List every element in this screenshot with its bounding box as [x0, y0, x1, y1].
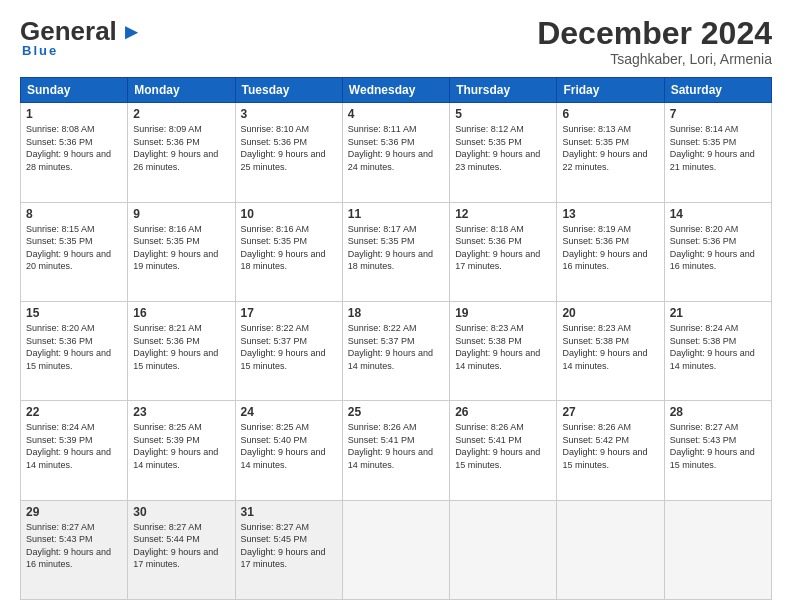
calendar-header-wednesday: Wednesday	[342, 78, 449, 103]
day-number: 13	[562, 207, 658, 221]
day-number: 28	[670, 405, 766, 419]
day-info: Sunrise: 8:18 AMSunset: 5:36 PMDaylight:…	[455, 223, 551, 273]
day-info: Sunrise: 8:22 AMSunset: 5:37 PMDaylight:…	[241, 322, 337, 372]
day-info: Sunrise: 8:27 AMSunset: 5:45 PMDaylight:…	[241, 521, 337, 571]
day-info: Sunrise: 8:15 AMSunset: 5:35 PMDaylight:…	[26, 223, 122, 273]
day-info: Sunrise: 8:20 AMSunset: 5:36 PMDaylight:…	[26, 322, 122, 372]
day-number: 12	[455, 207, 551, 221]
day-number: 16	[133, 306, 229, 320]
calendar-cell: 11Sunrise: 8:17 AMSunset: 5:35 PMDayligh…	[342, 202, 449, 301]
calendar-cell: 28Sunrise: 8:27 AMSunset: 5:43 PMDayligh…	[664, 401, 771, 500]
calendar-cell	[664, 500, 771, 599]
calendar-cell: 31Sunrise: 8:27 AMSunset: 5:45 PMDayligh…	[235, 500, 342, 599]
day-info: Sunrise: 8:22 AMSunset: 5:37 PMDaylight:…	[348, 322, 444, 372]
calendar-cell: 17Sunrise: 8:22 AMSunset: 5:37 PMDayligh…	[235, 301, 342, 400]
calendar-cell: 29Sunrise: 8:27 AMSunset: 5:43 PMDayligh…	[21, 500, 128, 599]
calendar-cell	[557, 500, 664, 599]
day-info: Sunrise: 8:09 AMSunset: 5:36 PMDaylight:…	[133, 123, 229, 173]
calendar-header-tuesday: Tuesday	[235, 78, 342, 103]
calendar-cell: 21Sunrise: 8:24 AMSunset: 5:38 PMDayligh…	[664, 301, 771, 400]
calendar-header-friday: Friday	[557, 78, 664, 103]
day-number: 29	[26, 505, 122, 519]
day-number: 25	[348, 405, 444, 419]
calendar-cell: 22Sunrise: 8:24 AMSunset: 5:39 PMDayligh…	[21, 401, 128, 500]
calendar-cell	[450, 500, 557, 599]
calendar-cell: 2Sunrise: 8:09 AMSunset: 5:36 PMDaylight…	[128, 103, 235, 202]
day-info: Sunrise: 8:27 AMSunset: 5:43 PMDaylight:…	[670, 421, 766, 471]
day-number: 7	[670, 107, 766, 121]
day-number: 1	[26, 107, 122, 121]
calendar-cell: 1Sunrise: 8:08 AMSunset: 5:36 PMDaylight…	[21, 103, 128, 202]
calendar-week-row: 8Sunrise: 8:15 AMSunset: 5:35 PMDaylight…	[21, 202, 772, 301]
calendar-cell: 27Sunrise: 8:26 AMSunset: 5:42 PMDayligh…	[557, 401, 664, 500]
calendar-header-row: SundayMondayTuesdayWednesdayThursdayFrid…	[21, 78, 772, 103]
calendar-week-row: 15Sunrise: 8:20 AMSunset: 5:36 PMDayligh…	[21, 301, 772, 400]
calendar-week-row: 29Sunrise: 8:27 AMSunset: 5:43 PMDayligh…	[21, 500, 772, 599]
calendar-week-row: 1Sunrise: 8:08 AMSunset: 5:36 PMDaylight…	[21, 103, 772, 202]
page: General ► Blue December 2024 Tsaghkaber,…	[0, 0, 792, 612]
day-number: 20	[562, 306, 658, 320]
calendar-cell: 23Sunrise: 8:25 AMSunset: 5:39 PMDayligh…	[128, 401, 235, 500]
calendar-cell: 13Sunrise: 8:19 AMSunset: 5:36 PMDayligh…	[557, 202, 664, 301]
day-number: 21	[670, 306, 766, 320]
calendar-cell: 30Sunrise: 8:27 AMSunset: 5:44 PMDayligh…	[128, 500, 235, 599]
location: Tsaghkaber, Lori, Armenia	[537, 51, 772, 67]
day-number: 15	[26, 306, 122, 320]
calendar-cell: 7Sunrise: 8:14 AMSunset: 5:35 PMDaylight…	[664, 103, 771, 202]
day-number: 4	[348, 107, 444, 121]
day-number: 3	[241, 107, 337, 121]
day-number: 2	[133, 107, 229, 121]
day-number: 10	[241, 207, 337, 221]
calendar-cell	[342, 500, 449, 599]
day-number: 31	[241, 505, 337, 519]
day-info: Sunrise: 8:17 AMSunset: 5:35 PMDaylight:…	[348, 223, 444, 273]
calendar-cell: 19Sunrise: 8:23 AMSunset: 5:38 PMDayligh…	[450, 301, 557, 400]
calendar-cell: 5Sunrise: 8:12 AMSunset: 5:35 PMDaylight…	[450, 103, 557, 202]
day-info: Sunrise: 8:11 AMSunset: 5:36 PMDaylight:…	[348, 123, 444, 173]
day-info: Sunrise: 8:27 AMSunset: 5:43 PMDaylight:…	[26, 521, 122, 571]
day-info: Sunrise: 8:10 AMSunset: 5:36 PMDaylight:…	[241, 123, 337, 173]
calendar-cell: 18Sunrise: 8:22 AMSunset: 5:37 PMDayligh…	[342, 301, 449, 400]
calendar-cell: 16Sunrise: 8:21 AMSunset: 5:36 PMDayligh…	[128, 301, 235, 400]
day-info: Sunrise: 8:24 AMSunset: 5:38 PMDaylight:…	[670, 322, 766, 372]
day-info: Sunrise: 8:08 AMSunset: 5:36 PMDaylight:…	[26, 123, 122, 173]
calendar-cell: 24Sunrise: 8:25 AMSunset: 5:40 PMDayligh…	[235, 401, 342, 500]
calendar-cell: 20Sunrise: 8:23 AMSunset: 5:38 PMDayligh…	[557, 301, 664, 400]
calendar-cell: 15Sunrise: 8:20 AMSunset: 5:36 PMDayligh…	[21, 301, 128, 400]
day-info: Sunrise: 8:25 AMSunset: 5:39 PMDaylight:…	[133, 421, 229, 471]
day-number: 22	[26, 405, 122, 419]
day-number: 19	[455, 306, 551, 320]
calendar-table: SundayMondayTuesdayWednesdayThursdayFrid…	[20, 77, 772, 600]
calendar-header-saturday: Saturday	[664, 78, 771, 103]
day-info: Sunrise: 8:19 AMSunset: 5:36 PMDaylight:…	[562, 223, 658, 273]
logo-blue-label: Blue	[22, 43, 58, 58]
day-number: 18	[348, 306, 444, 320]
calendar-cell: 26Sunrise: 8:26 AMSunset: 5:41 PMDayligh…	[450, 401, 557, 500]
calendar-cell: 9Sunrise: 8:16 AMSunset: 5:35 PMDaylight…	[128, 202, 235, 301]
day-info: Sunrise: 8:24 AMSunset: 5:39 PMDaylight:…	[26, 421, 122, 471]
day-info: Sunrise: 8:16 AMSunset: 5:35 PMDaylight:…	[133, 223, 229, 273]
day-info: Sunrise: 8:23 AMSunset: 5:38 PMDaylight:…	[455, 322, 551, 372]
day-info: Sunrise: 8:27 AMSunset: 5:44 PMDaylight:…	[133, 521, 229, 571]
calendar-cell: 6Sunrise: 8:13 AMSunset: 5:35 PMDaylight…	[557, 103, 664, 202]
calendar-cell: 25Sunrise: 8:26 AMSunset: 5:41 PMDayligh…	[342, 401, 449, 500]
day-info: Sunrise: 8:12 AMSunset: 5:35 PMDaylight:…	[455, 123, 551, 173]
day-info: Sunrise: 8:20 AMSunset: 5:36 PMDaylight:…	[670, 223, 766, 273]
day-number: 24	[241, 405, 337, 419]
day-info: Sunrise: 8:14 AMSunset: 5:35 PMDaylight:…	[670, 123, 766, 173]
day-info: Sunrise: 8:25 AMSunset: 5:40 PMDaylight:…	[241, 421, 337, 471]
logo: General ► Blue	[20, 16, 143, 58]
calendar-cell: 3Sunrise: 8:10 AMSunset: 5:36 PMDaylight…	[235, 103, 342, 202]
day-number: 27	[562, 405, 658, 419]
day-number: 23	[133, 405, 229, 419]
logo-arrow-icon: ►	[121, 19, 143, 45]
day-info: Sunrise: 8:13 AMSunset: 5:35 PMDaylight:…	[562, 123, 658, 173]
day-info: Sunrise: 8:26 AMSunset: 5:41 PMDaylight:…	[455, 421, 551, 471]
day-number: 8	[26, 207, 122, 221]
calendar-header-thursday: Thursday	[450, 78, 557, 103]
calendar-cell: 8Sunrise: 8:15 AMSunset: 5:35 PMDaylight…	[21, 202, 128, 301]
day-number: 26	[455, 405, 551, 419]
calendar-cell: 10Sunrise: 8:16 AMSunset: 5:35 PMDayligh…	[235, 202, 342, 301]
calendar-cell: 12Sunrise: 8:18 AMSunset: 5:36 PMDayligh…	[450, 202, 557, 301]
day-info: Sunrise: 8:26 AMSunset: 5:42 PMDaylight:…	[562, 421, 658, 471]
